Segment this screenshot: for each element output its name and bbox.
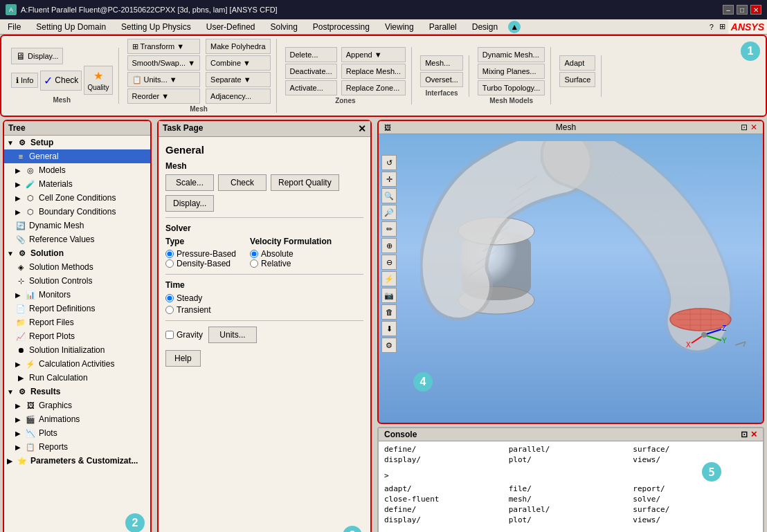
console-body[interactable]: define/ parallel/ surface/ display/ plot… xyxy=(379,441,763,532)
check-button[interactable]: ✓ Check xyxy=(40,71,82,91)
pencil-tool[interactable]: ✏ xyxy=(381,221,397,237)
replace-zone-button[interactable]: Replace Zone... xyxy=(341,80,406,95)
console-controls[interactable]: ⊡ ✕ xyxy=(741,430,757,439)
viewport-controls[interactable]: ⊡ ✕ xyxy=(741,122,757,132)
tree-calculation-activities[interactable]: ▶ ⚡ Calculation Activities xyxy=(4,357,150,371)
tree-solution-controls[interactable]: ⊹ Solution Controls xyxy=(4,274,150,288)
tree-report-definitions[interactable]: 📄 Report Definitions xyxy=(4,302,150,315)
menu-setting-up-physics[interactable]: Setting Up Physics xyxy=(114,20,199,34)
turbo-topology-button[interactable]: Turbo Topology... xyxy=(478,80,545,95)
steady-radio[interactable]: Steady xyxy=(165,293,363,303)
append-button[interactable]: Append ▼ xyxy=(341,47,406,62)
dynamic-mesh-button[interactable]: Dynamic Mesh... xyxy=(478,47,545,62)
menu-postprocessing[interactable]: Postprocessing xyxy=(305,20,377,34)
quality-button[interactable]: ★ Quality xyxy=(84,66,112,95)
menu-parallel[interactable]: Parallel xyxy=(422,20,464,34)
menu-viewing[interactable]: Viewing xyxy=(377,20,422,34)
layout-icon[interactable]: ⊞ xyxy=(716,22,728,31)
zoom-in-tool[interactable]: 🔍 xyxy=(381,188,397,203)
transform-button[interactable]: ⊞ Transform ▼ xyxy=(127,39,201,54)
density-based-radio[interactable]: Density-Based xyxy=(165,259,236,268)
mixing-planes-button[interactable]: Mixing Planes... xyxy=(478,64,545,79)
tree-report-files[interactable]: 📁 Report Files xyxy=(4,315,150,329)
tree-results[interactable]: ▼ ⚙ Results xyxy=(4,385,150,398)
make-polyhedra-button[interactable]: Make Polyhedra xyxy=(206,39,271,54)
pressure-based-input[interactable] xyxy=(165,250,174,258)
absolute-input[interactable] xyxy=(250,250,258,258)
viewport-restore-icon[interactable]: ⊡ xyxy=(741,122,748,132)
help-button[interactable]: Help xyxy=(165,350,201,367)
display-button[interactable]: 🖥 Display... xyxy=(11,48,63,64)
adjacency-button[interactable]: Adjacency... xyxy=(206,89,271,104)
tree-plots[interactable]: ▶ 📉 Plots xyxy=(4,426,150,440)
tree-solution-methods[interactable]: ◈ Solution Methods xyxy=(4,260,150,274)
info-button[interactable]: ℹ Info xyxy=(11,73,38,88)
tree-boundary-conditions[interactable]: ▶ ⬡ Boundary Conditions xyxy=(4,205,150,219)
units-button[interactable]: 📋 Units... ▼ xyxy=(127,72,201,87)
tree-materials[interactable]: ▶ 🧪 Materials xyxy=(4,177,150,191)
menu-expand-icon[interactable]: ▲ xyxy=(508,21,521,33)
absolute-radio[interactable]: Absolute xyxy=(250,249,332,259)
menu-setting-up-domain[interactable]: Setting Up Domain xyxy=(28,20,114,34)
help-icon[interactable]: ? xyxy=(707,23,716,31)
delete-button[interactable]: Delete... xyxy=(285,47,337,62)
tree-reference-values[interactable]: 📎 Reference Values xyxy=(4,232,150,246)
minimize-button[interactable]: – xyxy=(723,5,734,15)
down-tool[interactable]: ⬇ xyxy=(381,321,397,336)
tree-setup[interactable]: ▼ ⚙ Setup xyxy=(4,136,150,149)
tree-report-plots[interactable]: 📈 Report Plots xyxy=(4,329,150,343)
separate-button[interactable]: Separate ▼ xyxy=(206,72,271,87)
fit-view-tool[interactable]: ⊕ xyxy=(381,238,397,253)
transient-radio[interactable]: Transient xyxy=(165,305,363,315)
replace-mesh-button[interactable]: Replace Mesh... xyxy=(341,64,406,79)
zoom-out-tool[interactable]: 🔎 xyxy=(381,205,397,220)
overset-button[interactable]: Overset... xyxy=(420,72,463,87)
trash-tool[interactable]: 🗑 xyxy=(381,304,397,320)
adapt-button[interactable]: Adapt xyxy=(559,55,595,71)
menu-user-defined[interactable]: User-Defined xyxy=(199,20,263,34)
gravity-checkbox-label[interactable]: Gravity xyxy=(165,330,203,340)
tree-general[interactable]: ≡ General xyxy=(4,149,150,163)
menu-solving[interactable]: Solving xyxy=(262,20,305,34)
surface-button[interactable]: Surface xyxy=(559,72,595,87)
gravity-checkbox[interactable] xyxy=(165,331,174,339)
deactivate-button[interactable]: Deactivate... xyxy=(285,64,337,79)
camera-tool[interactable]: 📷 xyxy=(381,288,397,303)
settings-tool[interactable]: ⚙ xyxy=(381,338,397,353)
task-panel-close-button[interactable]: ✕ xyxy=(358,123,366,134)
transient-input[interactable] xyxy=(165,306,174,314)
tree-solution[interactable]: ▼ ⚙ Solution xyxy=(4,246,150,260)
units-gravity-button[interactable]: Units... xyxy=(208,327,257,343)
tree-cell-zone-conditions[interactable]: ▶ ⬡ Cell Zone Conditions xyxy=(4,191,150,205)
pressure-based-radio[interactable]: Pressure-Based xyxy=(165,249,236,259)
zoom-box-tool[interactable]: ⊖ xyxy=(381,255,397,270)
window-controls[interactable]: – □ ✕ xyxy=(723,5,761,15)
relative-input[interactable] xyxy=(250,259,258,268)
pan-tool[interactable]: ✛ xyxy=(381,172,397,187)
tree-monitors[interactable]: ▶ 📊 Monitors xyxy=(4,288,150,302)
close-button[interactable]: ✕ xyxy=(750,5,761,15)
tree-run-calculation[interactable]: ▶ Run Calculation xyxy=(4,371,150,385)
tree-parameters[interactable]: ▶ ⭐ Parameters & Customizat... xyxy=(4,454,150,468)
tree-solution-init[interactable]: ⏺ Solution Initialization xyxy=(4,343,150,357)
viewport-close-icon[interactable]: ✕ xyxy=(750,122,757,132)
lightning-tool[interactable]: ⚡ xyxy=(381,271,397,286)
menu-design[interactable]: Design xyxy=(464,20,505,34)
smooth-swap-button[interactable]: Smooth/Swap... ▼ xyxy=(127,55,201,71)
tree-animations[interactable]: ▶ 🎬 Animations xyxy=(4,412,150,426)
menu-file[interactable]: File xyxy=(0,20,28,34)
tree-dynamic-mesh[interactable]: 🔄 Dynamic Mesh xyxy=(4,219,150,232)
tree-reports[interactable]: ▶ 📋 Reports xyxy=(4,440,150,454)
display-mesh-button[interactable]: Display... xyxy=(165,195,214,212)
mesh-interfaces-button[interactable]: Mesh... xyxy=(420,55,463,71)
console-restore-icon[interactable]: ⊡ xyxy=(741,430,748,439)
tree-graphics[interactable]: ▶ 🖼 Graphics xyxy=(4,398,150,412)
check-mesh-button[interactable]: Check xyxy=(218,174,267,191)
report-quality-button[interactable]: Report Quality xyxy=(271,174,339,191)
density-based-input[interactable] xyxy=(165,259,174,268)
tree-models[interactable]: ▶ ◎ Models xyxy=(4,163,150,177)
activate-button[interactable]: Activate... xyxy=(285,80,337,95)
relative-radio[interactable]: Relative xyxy=(250,259,332,268)
steady-input[interactable] xyxy=(165,294,174,302)
scale-button[interactable]: Scale... xyxy=(165,174,214,191)
